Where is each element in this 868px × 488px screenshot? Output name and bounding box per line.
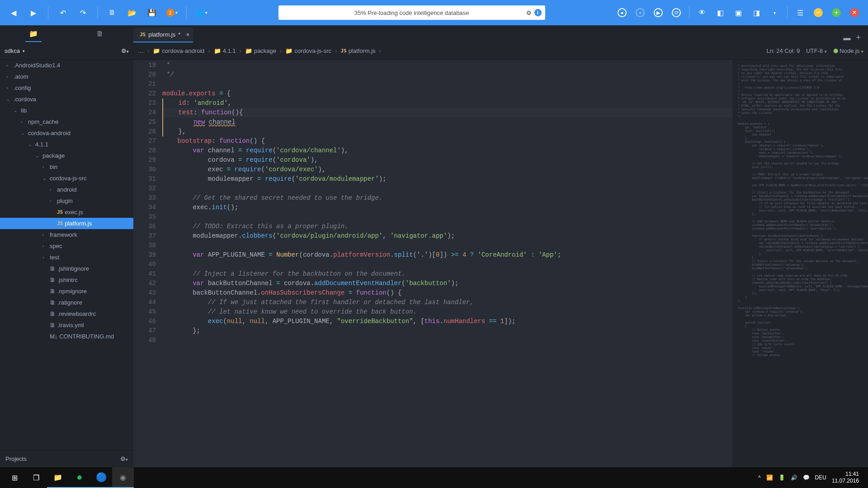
tree-item-cordova-android[interactable]: ⌄cordova-android — [0, 127, 133, 139]
project-selector[interactable]: sdkca ▾ — [5, 47, 121, 54]
tree-item--androidstudio1-4[interactable]: ›.AndroidStudio1.4 — [0, 60, 133, 71]
code-editor[interactable]: 192021▾2223▾242526▾272829303132333435363… — [133, 60, 732, 467]
tree-item-label: .AndroidStudio1.4 — [14, 62, 60, 69]
tree-item-exec-js[interactable]: JSexec.js — [0, 206, 133, 218]
tree-item--jshintrc[interactable]: 🗎.jshintrc — [0, 274, 133, 286]
menu-button[interactable]: ☰ — [792, 5, 808, 21]
tree-item--ratignore[interactable]: 🗎.ratignore — [0, 297, 133, 308]
redo-button[interactable]: ↷ — [75, 5, 91, 21]
breadcrumb-platform-js[interactable]: JSplatform.js — [340, 47, 375, 54]
clock[interactable]: 11:41 11.07.2016 — [832, 471, 859, 484]
footer-settings-icon[interactable]: ⚙▾ — [120, 455, 128, 462]
back-button[interactable]: ◀ — [5, 5, 22, 21]
tree-item--config[interactable]: ›.config — [0, 82, 133, 94]
console-icon[interactable]: ▬ — [843, 34, 850, 42]
code-lines[interactable]: * */ module.exports = { id: 'android', t… — [162, 60, 732, 467]
windows-taskbar: ⊞ ❐ 📁 ● 🔵 ◉ ^ 📶 🔋 🔊 💬 DEU 11:41 11.07.20… — [0, 467, 868, 488]
volume-icon[interactable]: 🔊 — [791, 474, 797, 481]
breadcrumb-cordova-android[interactable]: 📁cordova-android — [153, 47, 204, 54]
tree-item--jshintignore[interactable]: 🗎.jshintignore — [0, 263, 133, 274]
open-file-button[interactable]: 📂 — [124, 5, 140, 21]
wifi-icon[interactable]: 📶 — [766, 474, 773, 481]
close-icon[interactable]: × — [186, 31, 190, 38]
tree-item-4-1-1[interactable]: ⌄4.1.1 — [0, 139, 133, 150]
gear-icon[interactable]: ⚙ — [526, 9, 532, 16]
add-tab-button[interactable]: + — [856, 33, 861, 42]
task-view-button[interactable]: ❐ — [25, 467, 47, 488]
tree-item-package[interactable]: ⌄package — [0, 150, 133, 161]
minimap[interactable]: * distributed with this work for additio… — [732, 60, 868, 467]
breadcrumb-package[interactable]: 📁package — [245, 47, 276, 54]
js-icon: JS — [57, 221, 63, 226]
notifications-icon[interactable]: 💬 — [803, 474, 810, 481]
tab-platform-js[interactable]: JS platform.js * × — [133, 28, 193, 42]
tab-bar: 📁 🗎 JS platform.js * × ▬ + — [0, 25, 868, 42]
tree-item--atom[interactable]: ›.atom — [0, 71, 133, 82]
cursor-position[interactable]: Ln: 24 Col: 9 — [766, 47, 800, 54]
encoding-selector[interactable]: UTF-8 ▾ — [806, 47, 826, 54]
breadcrumb-411[interactable]: 📁4.1.1 — [214, 47, 236, 54]
main-toolbar: ◀ ▶ ↶ ↷ 🗎 📂 💾 2▾ 🌐▾ 35% Pre-loading code… — [0, 0, 868, 25]
layout-2-button[interactable]: ▣ — [730, 5, 746, 21]
chevron-icon: › — [21, 119, 26, 124]
project-settings-icon[interactable]: ⚙▾ — [121, 47, 129, 54]
file-icon: 🗎 — [50, 288, 56, 295]
tree-item-platform-js[interactable]: JSplatform.js — [0, 218, 133, 229]
file-icon: 🗎 — [50, 322, 56, 328]
undo-button[interactable]: ↶ — [55, 5, 71, 21]
new-file-button[interactable]: 🗎 — [104, 5, 120, 21]
info-icon[interactable]: i — [534, 9, 542, 16]
file-explorer-taskbar[interactable]: 📁 — [47, 467, 69, 488]
layout-menu-button[interactable]: ▾ — [766, 5, 783, 21]
tree-item-cordova-js-src[interactable]: ⌄cordova-js-src — [0, 173, 133, 184]
tree-item-contributing-md[interactable]: M↓CONTRIBUTING.md — [0, 331, 133, 342]
tree-item--reviewboardrc[interactable]: 🗎.reviewboardrc — [0, 308, 133, 319]
explorer-folder-icon[interactable]: 📁 — [25, 26, 42, 42]
layout-1-button[interactable]: ◧ — [712, 5, 728, 21]
tree-item-lib[interactable]: ⌄lib — [0, 105, 133, 116]
main-area: sdkca ▾ ⚙▾ ›.AndroidStudio1.4›.atom›.con… — [0, 42, 868, 467]
tree-item-label: cordova-android — [28, 130, 71, 136]
battery-icon[interactable]: 🔋 — [778, 474, 785, 481]
tray-expand-icon[interactable]: ^ — [758, 474, 761, 481]
tree-item-label: spec — [50, 243, 62, 249]
runtime-selector[interactable]: ⬢ Node.js ▾ — [833, 47, 863, 54]
tree-item-label: platform.js — [65, 220, 92, 227]
window-minimize-button[interactable]: − — [810, 5, 826, 21]
breadcrumb-cordova-js-src[interactable]: 📁cordova-js-src — [285, 47, 331, 54]
globe-button[interactable]: 🌐▾ — [193, 5, 209, 21]
layout-3-button[interactable]: ◨ — [748, 5, 764, 21]
window-maximize-button[interactable]: + — [828, 5, 844, 21]
preview-icon[interactable]: 👁 — [694, 5, 710, 21]
tree-item-spec[interactable]: ›spec — [0, 240, 133, 252]
chrome-taskbar[interactable]: 🔵 — [90, 467, 112, 488]
tree-item-npm-cache[interactable]: ›npm_cache — [0, 116, 133, 127]
refresh-button[interactable]: 2▾ — [164, 5, 180, 21]
tree-item--npmignore[interactable]: 🗎.npmignore — [0, 286, 133, 297]
spotify-taskbar[interactable]: ● — [69, 467, 90, 488]
tree-item-plugin[interactable]: ›plugin — [0, 195, 133, 206]
debug-button[interactable]: ⟳ — [668, 5, 684, 21]
play-button[interactable]: ▶ — [650, 5, 666, 21]
tree-item-test[interactable]: ›test — [0, 252, 133, 263]
tree-item--travis-yml[interactable]: 🗎.travis.yml — [0, 319, 133, 331]
save-button[interactable]: 💾 — [144, 5, 160, 21]
explorer-file-icon[interactable]: 🗎 — [92, 26, 108, 42]
tree-item-android[interactable]: ›android — [0, 184, 133, 195]
window-close-button[interactable]: × — [846, 5, 863, 21]
editor-taskbar[interactable]: ◉ — [112, 467, 134, 488]
stop-record-button[interactable]: ● — [632, 5, 648, 21]
tree-item-bin[interactable]: ›bin — [0, 161, 133, 173]
language-indicator[interactable]: DEU — [815, 474, 826, 481]
tree-item-framework[interactable]: ›framework — [0, 229, 133, 240]
breadcrumb-ellipsis[interactable]: … — [138, 47, 144, 54]
record-button[interactable]: ● — [614, 5, 630, 21]
start-button[interactable]: ⊞ — [4, 467, 25, 488]
tree-item--cordova[interactable]: ⌄.cordova — [0, 94, 133, 105]
chevron-icon: › — [6, 63, 12, 68]
forward-button[interactable]: ▶ — [25, 5, 42, 21]
chevron-icon: ⌄ — [6, 97, 12, 102]
projects-footer: Projects ⚙▾ — [0, 450, 133, 467]
line-gutter: 192021▾2223▾242526▾272829303132333435363… — [133, 60, 162, 467]
projects-label[interactable]: Projects — [5, 455, 27, 462]
